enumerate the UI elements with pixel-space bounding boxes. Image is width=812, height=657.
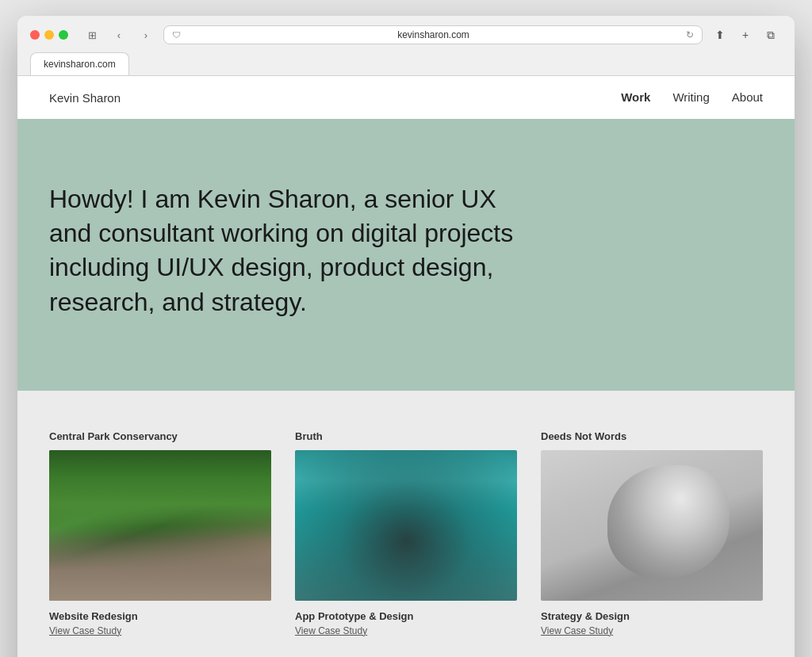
new-tab-button[interactable]: + <box>734 26 756 44</box>
back-button[interactable]: ‹ <box>108 26 130 44</box>
browser-tabs: kevinsharon.com <box>30 52 782 75</box>
shield-icon: 🛡 <box>172 30 181 40</box>
maximize-button[interactable] <box>59 30 68 40</box>
portfolio-item-2: Bruth App Prototype & Design View Case S… <box>295 430 517 636</box>
site-logo[interactable]: Kevin Sharon <box>49 91 121 105</box>
browser-window: ⊞ ‹ › 🛡 kevinsharon.com ↻ ⬆ + ⧉ kevinsha… <box>17 16 795 657</box>
portfolio-section: Central Park Conservancy Website Redesig… <box>17 391 795 657</box>
browser-chrome: ⊞ ‹ › 🛡 kevinsharon.com ↻ ⬆ + ⧉ kevinsha… <box>17 16 795 76</box>
portfolio-image-3[interactable] <box>541 450 763 601</box>
site-nav: Kevin Sharon Work Writing About <box>17 76 795 119</box>
tabs-button[interactable]: ⧉ <box>760 26 782 44</box>
portfolio-image-1[interactable] <box>49 450 271 601</box>
share-button[interactable]: ⬆ <box>709 26 731 44</box>
active-tab[interactable]: kevinsharon.com <box>30 52 129 75</box>
nav-link-writing[interactable]: Writing <box>672 90 709 104</box>
browser-top-bar: ⊞ ‹ › 🛡 kevinsharon.com ↻ ⬆ + ⧉ <box>30 25 782 44</box>
address-bar[interactable]: 🛡 kevinsharon.com ↻ <box>163 25 703 44</box>
nav-item-work[interactable]: Work <box>621 90 650 105</box>
nav-link-about[interactable]: About <box>732 90 763 104</box>
portfolio-desc-1: Website Redesign <box>49 610 271 622</box>
portfolio-client-3: Deeds Not Words <box>541 430 763 442</box>
portfolio-item-1: Central Park Conservancy Website Redesig… <box>49 430 271 636</box>
portfolio-desc-2: App Prototype & Design <box>295 610 517 622</box>
tab-view-button[interactable]: ⊞ <box>81 26 103 44</box>
browser-controls: ⊞ ‹ › <box>81 26 157 44</box>
portfolio-link-3[interactable]: View Case Study <box>541 625 763 636</box>
nav-links: Work Writing About <box>621 90 763 105</box>
nav-link-work[interactable]: Work <box>621 90 650 104</box>
forward-button[interactable]: › <box>135 26 157 44</box>
traffic-lights <box>30 30 68 40</box>
portfolio-link-2[interactable]: View Case Study <box>295 625 517 636</box>
portfolio-client-2: Bruth <box>295 430 517 442</box>
tab-label: kevinsharon.com <box>44 59 116 70</box>
browser-actions: ⬆ + ⧉ <box>709 26 782 44</box>
portfolio-link-1[interactable]: View Case Study <box>49 625 271 636</box>
portfolio-client-1: Central Park Conservancy <box>49 430 271 442</box>
site-content: Kevin Sharon Work Writing About Howdy! I… <box>17 76 795 657</box>
portfolio-item-3: Deeds Not Words Strategy & Design View C… <box>541 430 763 636</box>
close-button[interactable] <box>30 30 40 40</box>
nav-item-writing[interactable]: Writing <box>672 90 709 105</box>
hero-text: Howdy! I am Kevin Sharon, a senior UX an… <box>49 182 541 319</box>
nav-item-about[interactable]: About <box>732 90 763 105</box>
reload-button[interactable]: ↻ <box>686 29 694 40</box>
url-text: kevinsharon.com <box>186 29 681 40</box>
minimize-button[interactable] <box>44 30 54 40</box>
portfolio-image-2[interactable] <box>295 450 517 601</box>
portfolio-grid: Central Park Conservancy Website Redesig… <box>49 430 763 636</box>
portfolio-desc-3: Strategy & Design <box>541 610 763 622</box>
hero-section: Howdy! I am Kevin Sharon, a senior UX an… <box>17 119 795 391</box>
